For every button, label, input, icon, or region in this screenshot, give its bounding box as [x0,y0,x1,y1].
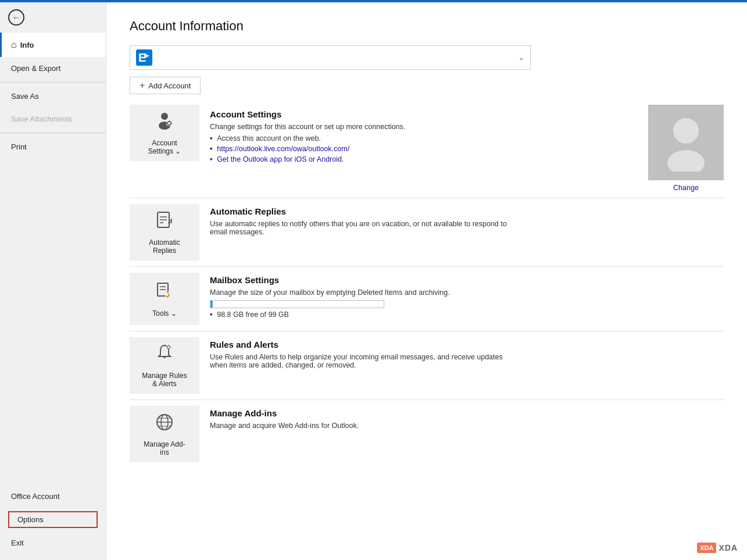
tools-icon [154,281,175,306]
mailbox-size-info: 98.8 GB free of 99 GB [210,311,724,319]
back-button[interactable]: ← [0,2,106,33]
progress-bar-fill [210,301,213,308]
separator-1 [130,198,724,198]
account-settings-icon-box[interactable]: AccountSettings ⌄ [130,105,199,161]
options-button-label: Options [17,515,44,524]
mailbox-info-list: 98.8 GB free of 99 GB [210,311,724,319]
list-item-app-link: Get the Outlook app for iOS or Android. [210,155,637,163]
exchange-icon: E [136,49,152,66]
avatar-box [648,105,724,180]
rules-alerts-content: Rules and Alerts Use Rules and Alerts to… [210,337,724,373]
rules-alerts-title: Rules and Alerts [210,340,724,349]
svg-rect-10 [171,123,172,124]
exit-label: Exit [11,538,24,547]
manage-addins-section: Manage Add-ins Manage Add-ins Manage and… [130,406,724,462]
list-item-web-access: Access this account on the web. [210,134,637,142]
sidebar-item-save-attachments-label: Save Attachments [11,115,72,123]
add-account-label: Add Account [148,81,191,90]
automatic-replies-content: Automatic Replies Use automatic replies … [210,204,724,240]
account-settings-title: Account Settings [210,109,637,119]
sidebar-divider-2 [0,133,106,133]
rules-alerts-icon [154,343,175,368]
svg-rect-8 [169,125,170,126]
mailbox-progress-bar [210,300,384,308]
svg-point-3 [161,113,168,120]
svg-rect-27 [166,347,167,347]
account-dropdown[interactable]: E ⌄ [130,45,531,70]
svg-rect-7 [169,121,170,122]
mailbox-settings-section: Tools ⌄ Mailbox Settings Manage the size… [130,273,724,325]
tools-icon-box[interactable]: Tools ⌄ [130,273,199,325]
account-settings-content: Account Settings Change settings for thi… [210,107,637,163]
sidebar-item-save-as[interactable]: Save As [0,85,106,108]
sidebar-item-save-attachments: Save Attachments [0,108,106,130]
automatic-replies-icon-label: AutomaticReplies [149,238,180,255]
manage-addins-icon-box[interactable]: Manage Add-ins [130,406,199,462]
manage-addins-icon [154,412,175,437]
sidebar-divider-1 [0,82,106,83]
account-settings-list: Access this account on the web. https://… [210,134,637,163]
sidebar-item-print-label: Print [11,142,27,151]
mailbox-settings-content: Mailbox Settings Manage the size of your… [210,273,724,321]
svg-rect-25 [168,345,169,346]
manage-addins-desc: Manage and acquire Web Add-ins for Outlo… [210,422,512,430]
add-account-button[interactable]: + Add Account [130,77,201,94]
mailbox-size-text: 98.8 GB free of 99 GB [217,311,289,319]
sidebar-item-info[interactable]: ⌂ Info [0,33,106,57]
separator-4 [130,400,724,400]
rules-alerts-icon-box[interactable]: Manage Rules& Alerts [130,337,199,394]
page-title: Account Information [130,19,724,34]
rules-alerts-section: Manage Rules& Alerts Rules and Alerts Us… [130,337,724,394]
home-icon: ⌂ [11,40,17,50]
tools-icon-label: Tools ⌄ [152,309,176,318]
account-settings-icon-label: AccountSettings ⌄ [148,139,181,155]
automatic-replies-icon-box[interactable]: AutomaticReplies [130,204,199,261]
account-settings-icon [154,110,175,135]
manage-addins-icon-label: Manage Add-ins [144,440,185,456]
manage-addins-content: Manage Add-ins Manage and acquire Web Ad… [210,406,724,433]
back-arrow-icon: ← [8,9,24,26]
svg-rect-28 [170,347,171,347]
sidebar-item-open-export-label: Open & Export [11,64,60,73]
rules-alerts-icon-label: Manage Rules& Alerts [142,372,187,388]
xda-logo: XDA [697,543,716,553]
list-item-owa-link: https://outlook.live.com/owa/outlook.com… [210,145,637,153]
account-settings-desc: Change settings for this account or set … [210,123,512,131]
sidebar-item-info-label: Info [20,41,34,49]
svg-point-11 [673,118,699,144]
svg-rect-26 [168,348,169,349]
svg-rect-9 [167,123,168,124]
sidebar-item-exit[interactable]: Exit [0,532,106,554]
main-layout: ← ⌂ Info Open & Export Save As Save Atta… [0,2,747,560]
mailbox-settings-title: Mailbox Settings [210,275,724,285]
sidebar-bottom: Office Account Options Exit [0,485,106,560]
account-settings-section: AccountSettings ⌄ Account Settings Chang… [130,105,724,192]
xda-watermark: XDA XDA [697,543,738,553]
options-button[interactable]: Options [8,511,98,528]
sidebar-item-print[interactable]: Print [0,135,106,158]
mailbox-settings-desc: Manage the size of your mailbox by empty… [210,288,512,297]
sidebar-item-save-as-label: Save As [11,92,39,101]
avatar-change-link[interactable]: Change [673,184,699,192]
separator-3 [130,331,724,331]
sidebar: ← ⌂ Info Open & Export Save As Save Atta… [0,2,106,560]
options-button-wrap: Options [0,508,106,532]
sidebar-item-open-export[interactable]: Open & Export [0,57,106,80]
rules-alerts-desc: Use Rules and Alerts to help organize yo… [210,353,512,369]
manage-addins-title: Manage Add-ins [210,408,724,418]
automatic-replies-icon [154,210,175,235]
automatic-replies-title: Automatic Replies [210,206,724,216]
xda-text: XDA [719,543,738,552]
owa-link[interactable]: https://outlook.live.com/owa/outlook.com… [217,145,349,153]
avatar-area: Change [648,105,724,192]
separator-2 [130,266,724,267]
plus-icon: + [140,81,145,90]
automatic-replies-section: AutomaticReplies Automatic Replies Use a… [130,204,724,261]
svg-point-12 [667,150,705,172]
dropdown-chevron-icon: ⌄ [519,53,524,62]
automatic-replies-desc: Use automatic replies to notify others t… [210,220,512,236]
sidebar-item-office-account[interactable]: Office Account [0,485,106,508]
list-item-web-access-text: Access this account on the web. [217,134,321,142]
office-account-label: Office Account [11,492,60,501]
outlook-app-link[interactable]: Get the Outlook app for iOS or Android. [217,155,344,163]
